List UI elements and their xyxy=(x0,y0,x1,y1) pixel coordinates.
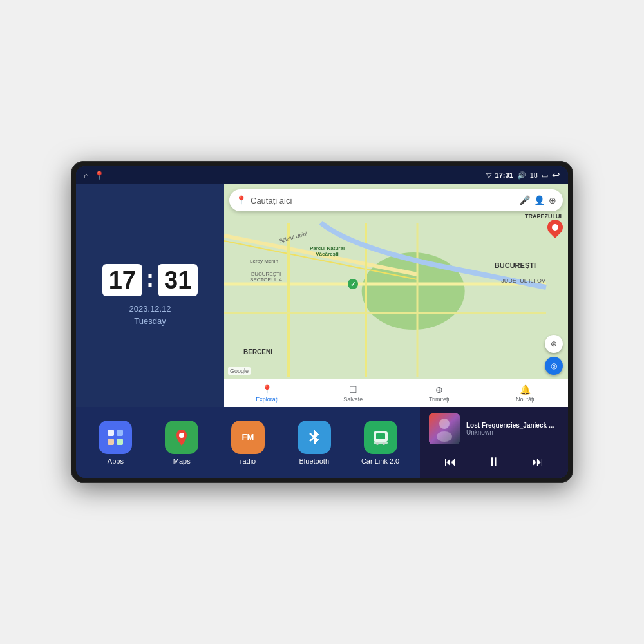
clock-minutes: 31 xyxy=(158,264,198,296)
bluetooth-icon-wrapper xyxy=(298,421,331,454)
volume-level: 18 xyxy=(530,171,538,179)
status-bar: ⌂ 📍 ▽ 17:31 🔊 18 ▭ ↩ xyxy=(76,166,568,184)
clock-display: 17 : 31 xyxy=(102,264,198,296)
svg-point-23 xyxy=(437,431,452,442)
time-display: 17:31 xyxy=(495,171,513,179)
app-icon-maps[interactable]: Maps xyxy=(159,421,204,465)
music-album-art xyxy=(429,413,460,444)
maps-status-icon[interactable]: 📍 xyxy=(94,171,104,180)
svg-rect-12 xyxy=(117,430,123,436)
music-panel: Lost Frequencies_Janieck Devy-... Unknow… xyxy=(420,407,568,478)
radio-icon-wrapper: FM xyxy=(231,421,265,454)
svg-point-19 xyxy=(376,442,379,445)
map-ilfov-label: JUDEȚUL ILFOV xyxy=(501,278,545,284)
svg-rect-13 xyxy=(108,439,114,445)
bluetooth-label: Bluetooth xyxy=(299,457,329,465)
map-locate-btn[interactable]: ◎ xyxy=(545,357,563,375)
map-trapezului-label: TRAPEZULUI xyxy=(525,213,562,220)
map-bottom-nav: 📍 Explorați ☐ Salvate ⊕ Trimiteți 🔔 xyxy=(224,379,568,407)
radio-label: radio xyxy=(240,457,256,465)
map-compass-btn[interactable]: ⊕ xyxy=(545,335,563,353)
status-left-icons: ⌂ 📍 xyxy=(84,171,104,180)
svg-rect-11 xyxy=(108,430,114,436)
map-search-actions: 🎤 👤 ⊕ xyxy=(519,195,556,205)
music-text-info: Lost Frequencies_Janieck Devy-... Unknow… xyxy=(466,422,559,436)
main-content-area: 17 : 31 2023.12.12 Tuesday xyxy=(76,184,568,478)
map-search-placeholder: Căutați aici xyxy=(251,196,515,205)
carlink-label: Car Link 2.0 xyxy=(361,457,399,465)
device-screen: ⌂ 📍 ▽ 17:31 🔊 18 ▭ ↩ 17 : xyxy=(76,166,568,478)
bottom-section: Apps Maps FM radio xyxy=(76,407,568,478)
music-artist: Unknown xyxy=(466,429,559,436)
salvate-label: Salvate xyxy=(343,396,363,402)
mic-icon[interactable]: 🎤 xyxy=(519,195,530,205)
map-nav-noutati[interactable]: 🔔 Noutăți xyxy=(482,379,569,407)
trimiteti-label: Trimiteți xyxy=(429,396,450,402)
map-leroy-label: Leroy Merlin xyxy=(250,258,278,264)
map-search-bar[interactable]: 📍 Căutați aici 🎤 👤 ⊕ xyxy=(229,189,563,211)
map-bucuresti-label: BUCUREȘTI xyxy=(495,261,536,269)
map-nav-salvate[interactable]: ☐ Salvate xyxy=(310,379,397,407)
app-icon-carlink[interactable]: Car Link 2.0 xyxy=(358,421,403,465)
status-right-info: ▽ 17:31 🔊 18 ▭ ↩ xyxy=(486,169,560,181)
map-sector4-label: BUCUREȘTI SECTORUL 4 xyxy=(243,271,289,283)
map-parcul-label: Parcul Natural Văcărești xyxy=(301,245,353,257)
maps-label: Maps xyxy=(173,457,191,465)
account-icon[interactable]: 👤 xyxy=(534,195,545,205)
apps-label: Apps xyxy=(108,457,124,465)
maps-icon-wrapper xyxy=(165,421,198,454)
clock-panel: 17 : 31 2023.12.12 Tuesday xyxy=(76,184,224,407)
volume-icon: 🔊 xyxy=(517,171,526,180)
device-frame: ⌂ 📍 ▽ 17:31 🔊 18 ▭ ↩ 17 : xyxy=(71,161,573,483)
map-fab-buttons: ⊕ ◎ xyxy=(545,335,563,375)
noutati-label: Noutăți xyxy=(516,396,535,402)
back-icon[interactable]: ↩ xyxy=(552,169,560,181)
noutati-icon: 🔔 xyxy=(520,384,531,395)
explorati-label: Explorați xyxy=(256,396,278,402)
app-icon-radio[interactable]: FM radio xyxy=(225,421,270,465)
svg-rect-14 xyxy=(117,439,123,445)
app-icon-apps[interactable]: Apps xyxy=(93,421,138,465)
trimiteti-icon: ⊕ xyxy=(435,384,443,395)
svg-point-15 xyxy=(179,433,184,438)
home-icon[interactable]: ⌂ xyxy=(84,171,89,180)
maps-pin-icon: 📍 xyxy=(236,195,247,205)
google-logo: Google xyxy=(228,367,251,375)
map-berceni-label: BERCENI xyxy=(243,348,272,355)
carlink-icon-wrapper xyxy=(364,421,397,454)
svg-rect-18 xyxy=(374,442,388,444)
signal-icon: ▽ xyxy=(486,171,491,180)
music-prev-button[interactable]: ⏮ xyxy=(439,453,461,471)
music-next-button[interactable]: ⏭ xyxy=(527,453,549,471)
album-art-image xyxy=(429,413,460,444)
clock-colon: : xyxy=(146,265,154,292)
battery-icon: ▭ xyxy=(542,171,548,180)
top-section: 17 : 31 2023.12.12 Tuesday xyxy=(76,184,568,407)
music-controls: ⏮ ⏸ ⏭ xyxy=(429,450,559,475)
music-play-pause-button[interactable]: ⏸ xyxy=(482,452,506,472)
map-background: ✓ UZANA TRAPEZULUI BERCENI BUCUREȘTI JUD… xyxy=(224,184,568,407)
apps-icon-wrapper xyxy=(99,421,132,454)
music-title: Lost Frequencies_Janieck Devy-... xyxy=(466,422,559,429)
svg-point-20 xyxy=(383,442,385,445)
svg-point-1 xyxy=(362,252,465,330)
salvate-icon: ☐ xyxy=(349,384,357,395)
app-icons-row: Apps Maps FM radio xyxy=(76,407,420,478)
clock-hours: 17 xyxy=(102,264,142,296)
map-panel[interactable]: ✓ UZANA TRAPEZULUI BERCENI BUCUREȘTI JUD… xyxy=(224,184,568,407)
map-nav-trimiteti[interactable]: ⊕ Trimiteți xyxy=(396,379,482,407)
explorati-icon: 📍 xyxy=(261,384,272,395)
svg-text:✓: ✓ xyxy=(350,281,355,288)
music-info-row: Lost Frequencies_Janieck Devy-... Unknow… xyxy=(429,413,559,444)
clock-date: 2023.12.12 Tuesday xyxy=(129,303,171,328)
map-nav-explorati[interactable]: 📍 Explorați xyxy=(224,379,310,407)
svg-rect-17 xyxy=(376,433,385,439)
svg-point-22 xyxy=(439,419,450,429)
layers-icon[interactable]: ⊕ xyxy=(549,195,556,205)
app-icon-bluetooth[interactable]: Bluetooth xyxy=(292,421,337,465)
